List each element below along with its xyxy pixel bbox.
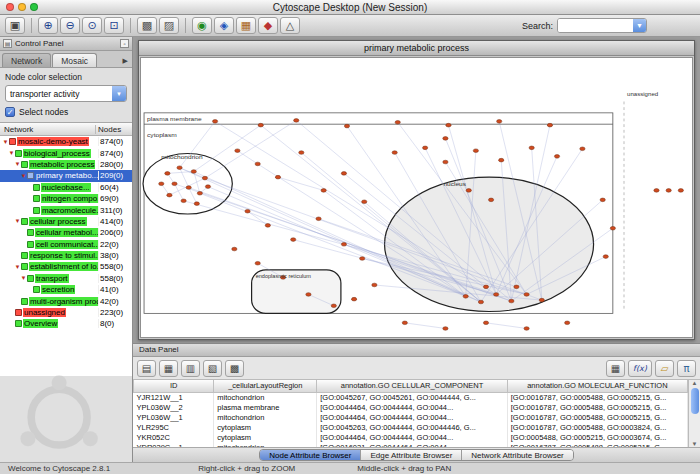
network-node[interactable]	[294, 119, 299, 123]
column-header[interactable]: _cellularLayoutRegion	[214, 380, 317, 392]
network-node[interactable]	[181, 199, 186, 203]
matrix-icon[interactable]: ▦	[606, 360, 625, 377]
tree-row[interactable]: ▼mosaic-demo-yeast874(0)	[0, 136, 132, 147]
hide-selected-icon[interactable]: ▩	[137, 17, 157, 34]
network-svg[interactable]: plasma membranecytoplasmmitochondrionnuc…	[141, 58, 692, 337]
import-network-icon[interactable]: ◈	[214, 17, 234, 34]
network-node[interactable]	[483, 285, 488, 289]
network-node[interactable]	[443, 137, 448, 141]
tree-row[interactable]: ▼metabolic process280(0)	[0, 159, 132, 170]
network-node[interactable]	[524, 293, 529, 297]
tree-expander-icon[interactable]: ▼	[14, 264, 21, 270]
network-node[interactable]	[265, 224, 270, 228]
network-node[interactable]	[186, 186, 191, 190]
network-node[interactable]	[499, 158, 504, 162]
delete-attribute-icon[interactable]: ▥	[181, 360, 200, 377]
network-node[interactable]	[392, 151, 397, 155]
tree-row[interactable]: ▼biological_process874(0)	[0, 147, 132, 158]
import-table-icon[interactable]: ▦	[236, 17, 256, 34]
tab-mosaic[interactable]: Mosaic	[52, 53, 97, 67]
zoom-in-icon[interactable]: ⊕	[38, 17, 58, 34]
show-all-icon[interactable]: ▨	[159, 17, 179, 34]
open-folder-icon[interactable]: ▱	[655, 360, 674, 377]
table-row[interactable]: YPL036W__1mitochondrion[GO:0044464, GO:0…	[134, 413, 688, 423]
network-node[interactable]	[539, 298, 544, 302]
network-node[interactable]	[466, 189, 471, 193]
tree-expander-icon[interactable]: ▼	[2, 139, 9, 145]
data-panel-header[interactable]: Data Panel	[133, 344, 700, 357]
network-node[interactable]	[478, 300, 483, 304]
tree-row[interactable]: cell communicat...22(0)	[0, 239, 132, 250]
zoom-selected-icon[interactable]: ⊙	[82, 17, 102, 34]
tree-expander-icon[interactable]: ▼	[14, 161, 21, 167]
network-node[interactable]	[524, 327, 529, 331]
network-node[interactable]	[275, 175, 280, 179]
network-node[interactable]	[344, 124, 349, 128]
network-node[interactable]	[351, 297, 356, 301]
network-node[interactable]	[565, 321, 570, 325]
network-node[interactable]	[258, 123, 263, 127]
network-node[interactable]	[205, 185, 210, 189]
tree-row[interactable]: cellular metabol...206(0)	[0, 227, 132, 238]
network-node[interactable]	[191, 170, 196, 174]
network-node[interactable]	[321, 189, 326, 193]
tree-column-nodes[interactable]: Nodes	[96, 125, 132, 134]
tree-row[interactable]: ▼cellular process414(0)	[0, 216, 132, 227]
zoom-button[interactable]	[30, 3, 38, 11]
network-view-title[interactable]: primary metabolic process	[139, 41, 694, 56]
network-node[interactable]	[603, 255, 608, 259]
scroll-up-icon[interactable]: ▲	[692, 380, 698, 386]
search-combo[interactable]: ▼	[557, 18, 647, 33]
network-node[interactable]	[610, 226, 615, 230]
chevron-down-icon[interactable]: ▼	[112, 86, 126, 101]
network-node[interactable]	[372, 283, 377, 287]
network-node[interactable]	[232, 247, 237, 251]
network-node[interactable]	[235, 149, 240, 153]
pi-icon[interactable]: π	[677, 360, 696, 377]
network-node[interactable]	[306, 293, 311, 297]
search-dropdown-icon[interactable]: ▼	[633, 19, 646, 32]
tree-row[interactable]: multi-organism proc...42(0)	[0, 295, 132, 306]
window-titlebar[interactable]: Cytoscape Desktop (New Session)	[0, 0, 700, 15]
network-node[interactable]	[299, 151, 304, 155]
tab-overflow-icon[interactable]: ▶	[121, 57, 130, 67]
tree-row[interactable]: nucleobase...60(4)	[0, 182, 132, 193]
network-node[interactable]	[402, 321, 407, 325]
network-node[interactable]	[463, 295, 468, 299]
table-row[interactable]: YPL036W__2plasma membrane[GO:0044464, GO…	[134, 403, 688, 413]
network-node[interactable]	[177, 166, 182, 170]
network-node[interactable]	[473, 149, 478, 153]
network-node[interactable]	[197, 191, 202, 195]
zoom-fit-icon[interactable]: ⊡	[104, 17, 124, 34]
search-input[interactable]	[558, 19, 633, 32]
vizmapper-icon[interactable]: ◆	[258, 17, 278, 34]
column-header[interactable]: ID	[134, 380, 214, 392]
network-node[interactable]	[514, 285, 519, 289]
tab-network-attribute-browser[interactable]: Network Attribute Browser	[462, 450, 572, 460]
tree-column-network[interactable]: Network	[0, 125, 96, 134]
select-attributes-icon[interactable]: ▤	[137, 360, 156, 377]
network-node[interactable]	[395, 121, 400, 125]
network-node[interactable]	[497, 120, 502, 124]
network-node[interactable]	[360, 257, 365, 261]
network-node[interactable]	[202, 176, 207, 180]
tree-row[interactable]: unassigned223(0)	[0, 307, 132, 318]
network-node[interactable]	[255, 162, 260, 166]
network-node[interactable]	[443, 327, 448, 331]
select-nodes-checkbox[interactable]: ✓	[5, 107, 15, 117]
network-node[interactable]	[172, 182, 177, 186]
network-node[interactable]	[245, 209, 250, 213]
network-node[interactable]	[341, 172, 346, 176]
tree-row[interactable]: macromolecule...311(0)	[0, 204, 132, 215]
network-node[interactable]	[509, 299, 514, 303]
tree-row[interactable]: ▼establishment of lo...558(0)	[0, 261, 132, 272]
tree-expander-icon[interactable]: ▼	[20, 173, 27, 179]
close-button[interactable]	[6, 3, 14, 11]
network-node[interactable]	[580, 147, 585, 151]
console-icon[interactable]: ▣	[5, 17, 25, 34]
network-node[interactable]	[529, 146, 534, 150]
new-network-icon[interactable]: ◉	[192, 17, 212, 34]
attribute-batch-icon[interactable]: ▧	[203, 360, 222, 377]
layout-icon[interactable]: △	[280, 17, 300, 34]
network-node[interactable]	[483, 321, 488, 325]
